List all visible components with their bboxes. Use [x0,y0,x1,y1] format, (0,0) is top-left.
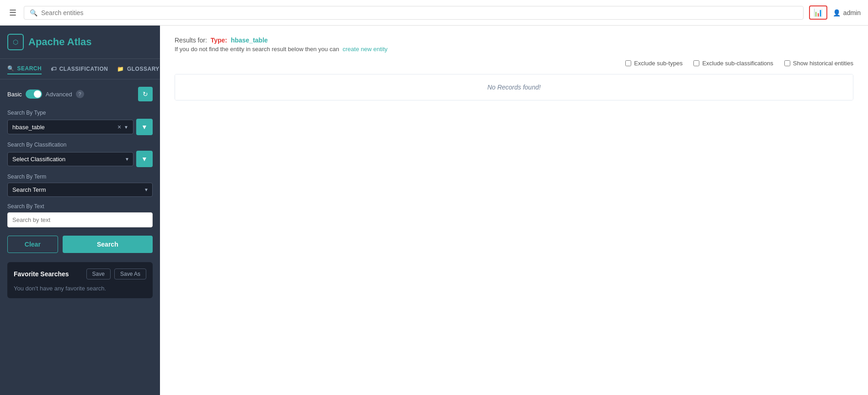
results-header: Results for: Type: hbase_table If you do… [175,37,853,53]
favorite-searches-header: Favorite Searches Save Save As [14,269,146,279]
logo-hexagon-icon: ⬡ [13,38,18,46]
results-for-label: Results for: [175,37,207,44]
exclude-subclassifications-input[interactable] [693,60,699,66]
search-by-type-label: Search By Type [7,110,153,116]
type-selected-value: hbase_table [12,124,115,131]
clear-button[interactable]: Clear [7,236,58,253]
classification-filter-button[interactable]: ▼ [136,151,153,167]
classification-select[interactable]: Select Classification [7,152,133,166]
app-body: ⬡ Apache Atlas 🔍 SEARCH 🏷 CLASSIFICATION… [0,26,868,395]
global-search-input[interactable] [41,9,798,16]
favorite-searches-title: Favorite Searches [14,270,69,278]
basic-advanced-toggle[interactable] [26,90,42,99]
search-by-term-label: Search By Term [7,174,153,180]
favorite-searches-section: Favorite Searches Save Save As You don't… [7,262,153,298]
folder-nav-icon: 📁 [117,66,124,72]
basic-label: Basic [7,91,22,98]
classification-filter-icon: ▼ [141,155,148,163]
type-clear-icon[interactable]: × [117,123,121,131]
save-as-button[interactable]: Save As [114,269,146,279]
logo-text: Apache Atlas [28,36,92,48]
bar-chart-icon: 📊 [814,9,823,16]
global-search-bar: 🔍 [24,6,804,20]
nav-item-search[interactable]: 🔍 SEARCH [7,63,42,74]
exclude-subclassifications-label: Exclude sub-classifications [702,60,773,67]
header-right: 📊 👤 admin [809,5,861,20]
action-buttons: Clear Search [7,236,153,253]
results-type-value: hbase_table [231,37,268,44]
save-button[interactable]: Save [86,269,111,279]
sidebar-search-controls: Basic Advanced ? ↻ Search By Type hbase_… [0,79,160,305]
type-dropdown-arrow-icon: ▼ [124,125,128,130]
show-historical-entities-checkbox[interactable]: Show historical entities [784,60,853,67]
username-label: admin [843,9,861,16]
search-button[interactable]: Search [63,236,153,253]
top-header: ☰ 🔍 📊 👤 admin [0,0,868,26]
classification-select-input[interactable]: Select Classification [12,156,128,163]
results-type-prefix: Type: [211,37,227,44]
exclude-subtypes-label: Exclude sub-types [634,60,682,67]
filter-icon: ▼ [141,123,148,131]
advanced-help-icon[interactable]: ? [76,90,84,98]
search-by-text-input[interactable] [7,212,153,227]
search-by-text-field: Search By Text [7,203,153,227]
sidebar-logo: ⬡ Apache Atlas [0,26,160,59]
advanced-label: Advanced [46,91,72,98]
nav-item-glossary[interactable]: 📁 GLOSSARY [117,64,159,74]
search-by-type-field: Search By Type hbase_table × ▼ ▼ [7,110,153,135]
hamburger-icon[interactable]: ☰ [7,6,18,20]
logo-icon: ⬡ [7,34,24,50]
type-select-wrapper[interactable]: hbase_table × ▼ [7,120,133,134]
search-by-classification-field: Search By Classification Select Classifi… [7,142,153,167]
type-filter-button[interactable]: ▼ [136,119,153,135]
favorite-searches-empty-text: You don't have any favorite search. [14,285,146,292]
filter-checkboxes-row: Exclude sub-types Exclude sub-classifica… [175,60,853,67]
show-historical-entities-label: Show historical entities [793,60,853,67]
refresh-icon: ↻ [143,90,148,98]
search-icon: 🔍 [30,9,37,16]
create-new-entity-link[interactable]: create new entity [343,46,388,53]
no-records-message: No Records found! [175,74,853,100]
nav-item-classification[interactable]: 🏷 CLASSIFICATION [51,64,108,74]
show-historical-entities-input[interactable] [784,60,790,66]
sidebar: ⬡ Apache Atlas 🔍 SEARCH 🏷 CLASSIFICATION… [0,26,160,395]
user-icon: 👤 [833,9,841,16]
search-nav-icon: 🔍 [7,65,15,72]
user-menu[interactable]: 👤 admin [833,9,861,16]
term-select-input[interactable]: Search Term [12,186,148,193]
exclude-subtypes-input[interactable] [625,60,631,66]
results-hint: If you do not find the entity in search … [175,46,853,53]
results-table: No Records found! [175,74,853,100]
refresh-button[interactable]: ↻ [138,87,153,101]
search-by-classification-label: Search By Classification [7,142,153,148]
exclude-subclassifications-checkbox[interactable]: Exclude sub-classifications [693,60,773,67]
toggle-group: Basic Advanced ? [7,90,84,99]
basic-advanced-toggle-row: Basic Advanced ? ↻ [7,87,153,101]
sidebar-nav: 🔍 SEARCH 🏷 CLASSIFICATION 📁 GLOSSARY [0,59,160,79]
search-by-text-label: Search By Text [7,203,153,210]
chart-icon-button[interactable]: 📊 [809,5,827,20]
main-content: Results for: Type: hbase_table If you do… [160,26,868,395]
results-for-line: Results for: Type: hbase_table [175,37,853,44]
exclude-subtypes-checkbox[interactable]: Exclude sub-types [625,60,682,67]
search-by-classification-row: Select Classification ▼ [7,151,153,167]
term-select[interactable]: Search Term [7,183,153,197]
search-by-type-row: hbase_table × ▼ ▼ [7,119,153,135]
search-by-term-field: Search By Term Search Term [7,174,153,197]
favorite-action-buttons: Save Save As [86,269,146,279]
tag-nav-icon: 🏷 [51,66,57,72]
